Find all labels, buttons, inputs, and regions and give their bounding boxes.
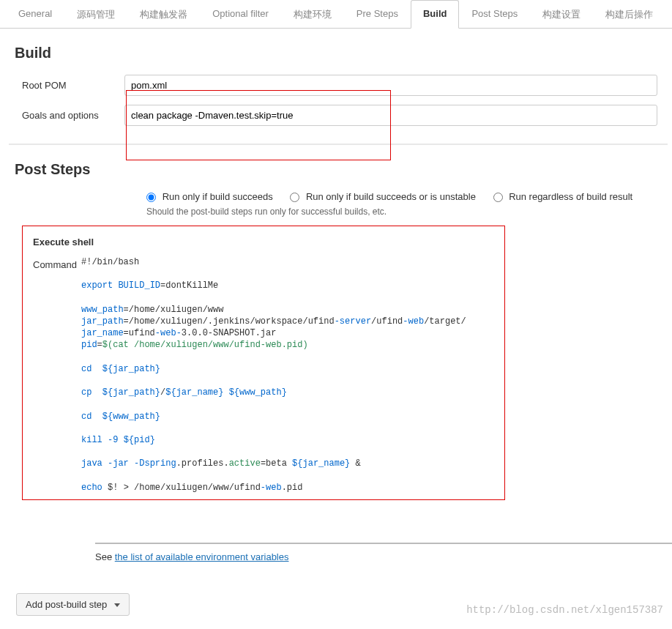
tab-env[interactable]: 构建环境 bbox=[281, 0, 344, 29]
radio-succeeds-text: Run only if build succeeds bbox=[163, 191, 273, 202]
goals-row: Goals and options bbox=[15, 105, 657, 126]
chevron-down-icon bbox=[114, 603, 120, 607]
see-text: See bbox=[95, 551, 115, 562]
radio-regardless-text: Run regardless of build result bbox=[509, 191, 632, 202]
radio-unstable-text: Run only if build succeeds or is unstabl… bbox=[306, 191, 476, 202]
build-section: Build Root POM Goals and options bbox=[0, 29, 672, 144]
root-pom-input[interactable] bbox=[124, 75, 657, 96]
tab-build[interactable]: Build bbox=[411, 0, 460, 29]
radio-succeeds[interactable] bbox=[146, 193, 156, 202]
add-post-build-step-button[interactable]: Add post-build step bbox=[16, 593, 130, 616]
tab-triggers[interactable]: 构建触发器 bbox=[127, 0, 200, 29]
radio-regardless-label[interactable]: Run regardless of build result bbox=[493, 191, 633, 202]
root-pom-label: Root POM bbox=[15, 80, 124, 91]
radio-unstable[interactable] bbox=[290, 193, 299, 202]
tab-post-steps[interactable]: Post Steps bbox=[459, 0, 530, 29]
goals-input[interactable] bbox=[124, 105, 657, 126]
tab-post-build[interactable]: 构建后操作 bbox=[593, 0, 665, 29]
post-steps-section: Post Steps Run only if build succeeds Ru… bbox=[0, 145, 672, 571]
tab-bar: General 源码管理 构建触发器 Optional filter 构建环境 … bbox=[0, 0, 672, 29]
build-title: Build bbox=[15, 45, 657, 62]
tab-pre-steps[interactable]: Pre Steps bbox=[344, 0, 411, 29]
add-post-build-step-label: Add post-build step bbox=[26, 599, 107, 610]
post-steps-radio-row: Run only if build succeeds Run only if b… bbox=[146, 191, 657, 202]
post-steps-title: Post Steps bbox=[15, 161, 657, 178]
post-steps-help: Should the post-build steps run only for… bbox=[146, 206, 657, 217]
execute-shell-block: Execute shell Command #!/bin/bash export… bbox=[22, 226, 505, 500]
tab-optional-filter[interactable]: Optional filter bbox=[200, 0, 281, 29]
tab-scm[interactable]: 源码管理 bbox=[64, 0, 127, 29]
radio-unstable-label[interactable]: Run only if build succeeds or is unstabl… bbox=[290, 191, 478, 202]
tab-build-settings[interactable]: 构建设置 bbox=[530, 0, 593, 29]
radio-regardless[interactable] bbox=[493, 193, 503, 202]
textarea-bottom-border bbox=[95, 500, 672, 544]
see-line: See the list of available environment va… bbox=[95, 551, 657, 562]
goals-label: Goals and options bbox=[15, 110, 124, 121]
command-textarea[interactable]: #!/bin/bash export BUILD_ID=dontKillMe w… bbox=[81, 256, 494, 494]
tab-general[interactable]: General bbox=[6, 0, 64, 29]
root-pom-row: Root POM bbox=[15, 75, 657, 96]
env-vars-link[interactable]: the list of available environment variab… bbox=[115, 551, 289, 562]
radio-succeeds-label[interactable]: Run only if build succeeds bbox=[146, 191, 275, 202]
command-label: Command bbox=[33, 256, 81, 494]
execute-shell-title: Execute shell bbox=[23, 232, 504, 252]
